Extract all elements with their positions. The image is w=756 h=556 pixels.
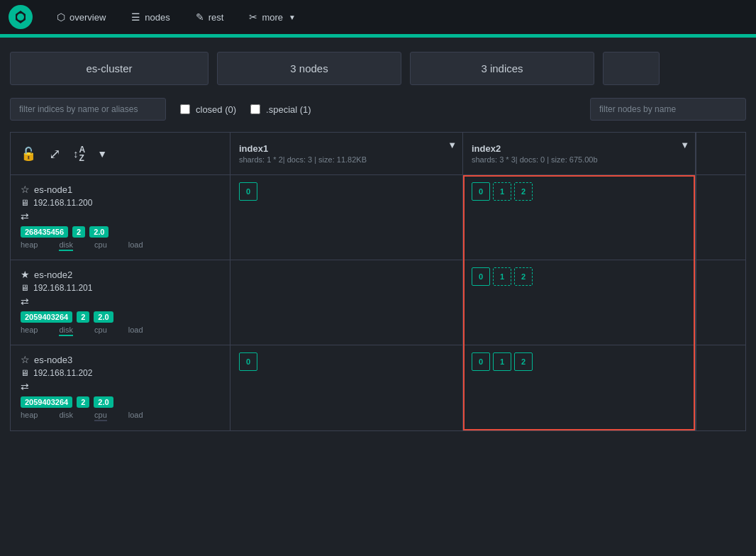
index2-node1-shard1[interactable]: 1: [493, 182, 511, 201]
app-logo: [9, 5, 33, 29]
stats-row: es-cluster 3 nodes 3 indices: [10, 52, 746, 85]
node1-action-icon[interactable]: ⇄: [21, 211, 29, 222]
node3-ip: 192.168.11.202: [33, 368, 92, 378]
index1-node3-shard0[interactable]: 0: [239, 352, 257, 371]
nodes-icon: ☰: [131, 11, 140, 23]
node1-load-label: load: [128, 240, 143, 251]
index2-node3-shard0[interactable]: 0: [472, 352, 490, 371]
node1-star: ☆: [21, 184, 30, 195]
node3-heap-badge: 2059403264: [21, 396, 72, 408]
node-row-3: ☆ es-node3 🖥 192.168.11.202 ⇄ 2059403264…: [11, 345, 230, 430]
node2-ip: 192.168.11.201: [33, 283, 92, 293]
filter-dropdown-icon[interactable]: ▼: [97, 148, 107, 160]
index2-meta: shards: 3 * 3| docs: 0 | size: 675.00b: [472, 155, 686, 164]
nav-more[interactable]: ✂ more ▼: [236, 0, 308, 35]
node3-heap-label: heap: [21, 411, 38, 421]
node3-name-row: ☆ es-node3: [21, 354, 220, 365]
node2-badges: 2059403264 2 2.0: [21, 311, 220, 323]
sort-az-icon[interactable]: ↕ AZ: [74, 145, 84, 162]
node3-action-icon[interactable]: ⇄: [21, 381, 29, 392]
empty-node2-cell: [696, 260, 745, 345]
nodes-stat: 3 nodes: [217, 52, 401, 85]
node2-cpu-label: cpu: [94, 326, 107, 336]
index2-node3-shard1[interactable]: 1: [493, 352, 511, 371]
closed-checkbox-label[interactable]: closed (0): [180, 104, 236, 115]
node3-badges: 2059403264 2 2.0: [21, 396, 220, 408]
node2-heap-badge: 2059403264: [21, 311, 72, 323]
node1-name-row: ☆ es-node1: [21, 184, 220, 195]
node1-ip: 192.168.11.200: [33, 198, 92, 208]
nav-overview[interactable]: ⬡ overview: [44, 0, 118, 35]
special-checkbox[interactable]: [250, 104, 260, 114]
indices-panel: ▼ index1 shards: 1 * 2| docs: 3 | size: …: [230, 133, 745, 430]
index2-node1-shard2[interactable]: 2: [514, 182, 533, 201]
extra-stat: [603, 52, 660, 85]
node2-name: es-node2: [34, 269, 72, 280]
cluster-stat: es-cluster: [10, 52, 209, 85]
index2-node2-shard0[interactable]: 0: [472, 267, 490, 286]
empty-index-column: [696, 133, 745, 430]
node3-star: ☆: [21, 354, 30, 365]
special-checkbox-label[interactable]: .special (1): [250, 104, 311, 115]
index2-column: ▼ index2 shards: 3 * 3| docs: 0 | size: …: [463, 133, 696, 430]
index2-node1-shard0[interactable]: 0: [472, 182, 490, 201]
more-icon: ✂: [249, 11, 257, 23]
navbar: ⬡ overview ☰ nodes ✎ rest ✂ more ▼: [0, 0, 756, 35]
node1-labels: heap disk cpu load: [21, 240, 220, 251]
node1-heap-label: heap: [21, 240, 38, 251]
node-row-2: ★ es-node2 🖥 192.168.11.201 ⇄ 2059403264…: [11, 260, 230, 345]
index2-node3-cell: 0 1 2: [463, 345, 695, 430]
node3-name: es-node3: [34, 355, 72, 365]
index1-node1-shard0[interactable]: 0: [239, 182, 257, 201]
node2-load-label: load: [128, 326, 143, 336]
index2-node1-cell: 0 1 2: [463, 175, 695, 260]
index2-name[interactable]: index2: [472, 143, 686, 154]
nav-nodes[interactable]: ☰ nodes: [118, 0, 182, 35]
node1-badge2: 2: [72, 226, 85, 238]
node1-heap-badge: 268435456: [21, 226, 68, 238]
closed-checkbox[interactable]: [180, 104, 190, 114]
svg-point-1: [17, 13, 24, 21]
index1-dropdown-arrow[interactable]: ▼: [448, 140, 457, 150]
filter-row: closed (0) .special (1): [10, 98, 746, 121]
node2-ip-row: 🖥 192.168.11.201: [21, 283, 220, 293]
node3-load-label: load: [128, 411, 143, 421]
index1-node3-cell: 0: [230, 345, 462, 430]
index2-node3-shard2[interactable]: 2: [514, 352, 533, 371]
node1-actions: ⇄: [21, 211, 220, 222]
index2-node2-shard1[interactable]: 1: [493, 267, 511, 286]
empty-node1-cell: [696, 175, 745, 260]
index1-name[interactable]: index1: [239, 143, 454, 154]
node2-heap-label: heap: [21, 326, 38, 336]
index1-node1-cell: 0: [230, 175, 462, 260]
node1-disk-label: disk: [59, 240, 73, 251]
more-dropdown-arrow: ▼: [289, 13, 296, 21]
node2-disk-icon: 🖥: [21, 283, 29, 293]
node3-badge3: 2.0: [94, 396, 113, 408]
filter-nodes-input[interactable]: [590, 98, 746, 121]
nav-rest[interactable]: ✎ rest: [183, 0, 237, 35]
node-row-1: ☆ es-node1 🖥 192.168.11.200 ⇄ 268435456 …: [11, 175, 230, 260]
expand-icon[interactable]: ⤢: [49, 145, 61, 162]
rest-icon: ✎: [196, 11, 204, 23]
node3-actions: ⇄: [21, 381, 220, 392]
node1-cpu-label: cpu: [94, 240, 107, 251]
index1-meta: shards: 1 * 2| docs: 3 | size: 11.82KB: [239, 155, 454, 164]
node3-ip-row: 🖥 192.168.11.202: [21, 368, 220, 378]
index2-node2-shard2[interactable]: 2: [514, 267, 533, 286]
node2-actions: ⇄: [21, 296, 220, 307]
empty-index-header: [696, 133, 745, 175]
node3-disk-icon: 🖥: [21, 368, 29, 378]
node1-badges: 268435456 2 2.0: [21, 226, 220, 238]
filter-indices-input[interactable]: [10, 98, 166, 121]
index1-column: ▼ index1 shards: 1 * 2| docs: 3 | size: …: [230, 133, 463, 430]
node3-cpu-label: cpu: [94, 411, 107, 421]
index1-node2-cell: [230, 260, 462, 345]
empty-node3-cell: [696, 345, 745, 430]
main-content: es-cluster 3 nodes 3 indices closed (0) …: [0, 38, 756, 441]
node1-badge3: 2.0: [89, 226, 109, 238]
node2-action-icon[interactable]: ⇄: [21, 296, 29, 307]
lock-icon[interactable]: 🔓: [21, 146, 36, 162]
index2-dropdown-arrow[interactable]: ▼: [680, 140, 689, 150]
node1-disk-icon: 🖥: [21, 198, 29, 208]
